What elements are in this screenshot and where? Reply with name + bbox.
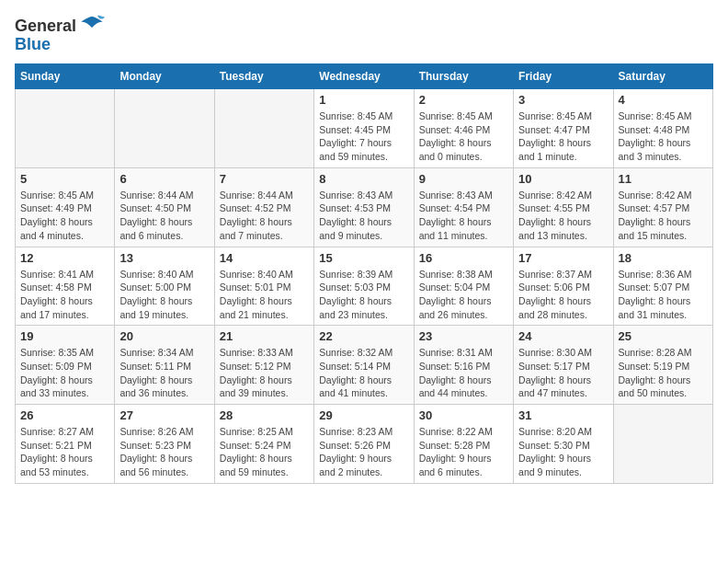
- calendar-cell: 21Sunrise: 8:33 AM Sunset: 5:12 PM Dayli…: [214, 326, 313, 405]
- day-number: 2: [419, 93, 508, 107]
- day-number: 1: [319, 93, 408, 107]
- calendar-cell: [214, 89, 313, 168]
- day-info: Sunrise: 8:45 AM Sunset: 4:49 PM Dayligh…: [20, 189, 109, 243]
- calendar-cell: 18Sunrise: 8:36 AM Sunset: 5:07 PM Dayli…: [613, 247, 712, 326]
- calendar-cell: [613, 405, 712, 484]
- calendar-cell: 12Sunrise: 8:41 AM Sunset: 4:58 PM Dayli…: [16, 247, 115, 326]
- day-info: Sunrise: 8:35 AM Sunset: 5:09 PM Dayligh…: [20, 346, 109, 400]
- day-info: Sunrise: 8:44 AM Sunset: 4:50 PM Dayligh…: [119, 189, 209, 243]
- calendar-cell: 2Sunrise: 8:45 AM Sunset: 4:46 PM Daylig…: [414, 89, 513, 168]
- day-info: Sunrise: 8:26 AM Sunset: 5:23 PM Dayligh…: [119, 425, 209, 479]
- day-number: 20: [119, 329, 209, 343]
- weekday-header-saturday: Saturday: [613, 64, 712, 89]
- calendar-cell: 28Sunrise: 8:25 AM Sunset: 5:24 PM Dayli…: [214, 405, 313, 484]
- calendar-cell: 4Sunrise: 8:45 AM Sunset: 4:48 PM Daylig…: [613, 89, 712, 168]
- day-info: Sunrise: 8:40 AM Sunset: 5:01 PM Dayligh…: [220, 268, 309, 322]
- day-number: 13: [119, 251, 209, 265]
- calendar-cell: 27Sunrise: 8:26 AM Sunset: 5:23 PM Dayli…: [115, 405, 214, 484]
- day-number: 10: [518, 172, 608, 186]
- calendar-cell: 19Sunrise: 8:35 AM Sunset: 5:09 PM Dayli…: [16, 326, 115, 405]
- calendar-cell: 10Sunrise: 8:42 AM Sunset: 4:55 PM Dayli…: [514, 167, 613, 247]
- day-info: Sunrise: 8:20 AM Sunset: 5:30 PM Dayligh…: [518, 425, 608, 479]
- day-info: Sunrise: 8:25 AM Sunset: 5:24 PM Dayligh…: [220, 425, 309, 479]
- calendar-cell: 11Sunrise: 8:42 AM Sunset: 4:57 PM Dayli…: [613, 167, 712, 247]
- calendar-cell: 8Sunrise: 8:43 AM Sunset: 4:53 PM Daylig…: [314, 167, 414, 247]
- calendar-cell: 16Sunrise: 8:38 AM Sunset: 5:04 PM Dayli…: [414, 247, 513, 326]
- calendar-cell: 30Sunrise: 8:22 AM Sunset: 5:28 PM Dayli…: [414, 405, 513, 484]
- weekday-header-wednesday: Wednesday: [314, 64, 414, 89]
- day-number: 25: [619, 329, 708, 343]
- day-info: Sunrise: 8:27 AM Sunset: 5:21 PM Dayligh…: [20, 425, 109, 479]
- day-number: 8: [319, 172, 408, 186]
- calendar-cell: 7Sunrise: 8:44 AM Sunset: 4:52 PM Daylig…: [214, 167, 313, 247]
- weekday-header-sunday: Sunday: [16, 64, 115, 89]
- day-number: 6: [119, 172, 209, 186]
- day-number: 5: [20, 172, 109, 186]
- calendar-cell: 22Sunrise: 8:32 AM Sunset: 5:14 PM Dayli…: [314, 326, 414, 405]
- calendar-cell: 23Sunrise: 8:31 AM Sunset: 5:16 PM Dayli…: [414, 326, 513, 405]
- calendar-cell: 20Sunrise: 8:34 AM Sunset: 5:11 PM Dayli…: [115, 326, 214, 405]
- day-number: 19: [20, 329, 109, 343]
- day-number: 7: [220, 172, 309, 186]
- day-info: Sunrise: 8:23 AM Sunset: 5:26 PM Dayligh…: [319, 425, 408, 479]
- weekday-header-tuesday: Tuesday: [214, 64, 313, 89]
- day-number: 16: [419, 251, 508, 265]
- day-number: 15: [319, 251, 408, 265]
- calendar-table: SundayMondayTuesdayWednesdayThursdayFrid…: [15, 63, 713, 484]
- calendar-cell: 14Sunrise: 8:40 AM Sunset: 5:01 PM Dayli…: [214, 247, 313, 326]
- day-number: 26: [20, 408, 109, 422]
- day-info: Sunrise: 8:37 AM Sunset: 5:06 PM Dayligh…: [518, 268, 608, 322]
- day-info: Sunrise: 8:43 AM Sunset: 4:53 PM Dayligh…: [319, 189, 408, 243]
- day-info: Sunrise: 8:42 AM Sunset: 4:55 PM Dayligh…: [518, 189, 608, 243]
- calendar-cell: 26Sunrise: 8:27 AM Sunset: 5:21 PM Dayli…: [16, 405, 115, 484]
- day-info: Sunrise: 8:44 AM Sunset: 4:52 PM Dayligh…: [220, 189, 309, 243]
- day-info: Sunrise: 8:31 AM Sunset: 5:16 PM Dayligh…: [419, 346, 508, 400]
- weekday-header-monday: Monday: [115, 64, 214, 89]
- logo-blue-text: Blue: [15, 35, 51, 54]
- logo-general-text: General: [15, 17, 76, 36]
- logo-container: General Blue: [15, 15, 105, 54]
- day-info: Sunrise: 8:40 AM Sunset: 5:00 PM Dayligh…: [119, 268, 209, 322]
- day-info: Sunrise: 8:36 AM Sunset: 5:07 PM Dayligh…: [619, 268, 708, 322]
- day-info: Sunrise: 8:32 AM Sunset: 5:14 PM Dayligh…: [319, 346, 408, 400]
- logo: General Blue: [15, 15, 105, 54]
- day-info: Sunrise: 8:41 AM Sunset: 4:58 PM Dayligh…: [20, 268, 109, 322]
- day-info: Sunrise: 8:45 AM Sunset: 4:45 PM Dayligh…: [319, 109, 408, 164]
- day-number: 23: [419, 329, 508, 343]
- calendar-cell: 15Sunrise: 8:39 AM Sunset: 5:03 PM Dayli…: [314, 247, 414, 326]
- calendar-cell: [115, 89, 214, 168]
- day-info: Sunrise: 8:33 AM Sunset: 5:12 PM Dayligh…: [220, 346, 309, 400]
- calendar-cell: [16, 89, 115, 168]
- calendar-cell: 31Sunrise: 8:20 AM Sunset: 5:30 PM Dayli…: [514, 405, 613, 484]
- calendar-cell: 6Sunrise: 8:44 AM Sunset: 4:50 PM Daylig…: [115, 167, 214, 247]
- day-info: Sunrise: 8:30 AM Sunset: 5:17 PM Dayligh…: [518, 346, 608, 400]
- day-number: 17: [518, 251, 608, 265]
- calendar-cell: 3Sunrise: 8:45 AM Sunset: 4:47 PM Daylig…: [514, 89, 613, 168]
- day-info: Sunrise: 8:22 AM Sunset: 5:28 PM Dayligh…: [419, 425, 508, 479]
- day-number: 18: [619, 251, 708, 265]
- day-info: Sunrise: 8:28 AM Sunset: 5:19 PM Dayligh…: [619, 346, 708, 400]
- calendar-cell: 1Sunrise: 8:45 AM Sunset: 4:45 PM Daylig…: [314, 89, 414, 168]
- calendar-cell: 13Sunrise: 8:40 AM Sunset: 5:00 PM Dayli…: [115, 247, 214, 326]
- day-number: 9: [419, 172, 508, 186]
- day-number: 14: [220, 251, 309, 265]
- day-info: Sunrise: 8:39 AM Sunset: 5:03 PM Dayligh…: [319, 268, 408, 322]
- weekday-header-friday: Friday: [514, 64, 613, 89]
- calendar-cell: 25Sunrise: 8:28 AM Sunset: 5:19 PM Dayli…: [613, 326, 712, 405]
- logo-bird-icon: [79, 15, 105, 37]
- day-number: 21: [220, 329, 309, 343]
- day-info: Sunrise: 8:43 AM Sunset: 4:54 PM Dayligh…: [419, 189, 508, 243]
- day-number: 28: [220, 408, 309, 422]
- calendar-cell: 24Sunrise: 8:30 AM Sunset: 5:17 PM Dayli…: [514, 326, 613, 405]
- day-number: 24: [518, 329, 608, 343]
- calendar-cell: 5Sunrise: 8:45 AM Sunset: 4:49 PM Daylig…: [16, 167, 115, 247]
- day-number: 11: [619, 172, 708, 186]
- calendar-cell: 17Sunrise: 8:37 AM Sunset: 5:06 PM Dayli…: [514, 247, 613, 326]
- day-number: 22: [319, 329, 408, 343]
- day-info: Sunrise: 8:45 AM Sunset: 4:46 PM Dayligh…: [419, 109, 508, 164]
- day-number: 30: [419, 408, 508, 422]
- day-number: 29: [319, 408, 408, 422]
- calendar-cell: 29Sunrise: 8:23 AM Sunset: 5:26 PM Dayli…: [314, 405, 414, 484]
- day-number: 12: [20, 251, 109, 265]
- day-number: 4: [619, 93, 708, 107]
